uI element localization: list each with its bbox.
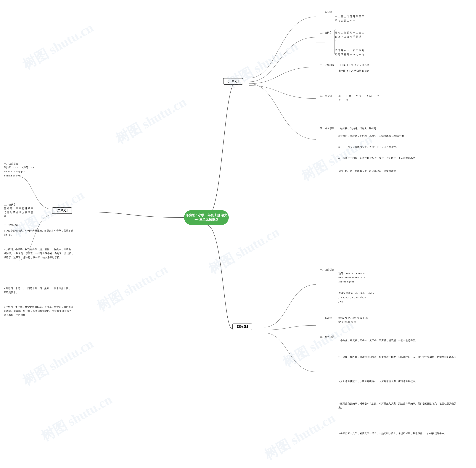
san-haoju-1: 1.小白兔，穿皮袄，耳朵长，尾巴小。三瓣嘴，胡子翘，一动一动总在笑。 xyxy=(338,338,418,342)
san-pinyin-label: 一、汉语拼音 xyxy=(320,268,334,272)
mind-map: 部编版：小学一年级上册 语文一~三单元知识点 【一单元】 【二单元】 【三单元】… xyxy=(0,0,476,468)
yi-renzi-label: 二、会认字 xyxy=(320,31,332,35)
er-haoju-1: 1.小兔小兔轻轻跳，小狗小狗慢慢跑。要是踩疼小青草，我就不跟你们好。 xyxy=(4,229,74,237)
san-haoju-2: 2.一只船，扬白帆，漂漂渡渡到台湾。接来台湾小朋友，到我学校玩一玩。伸出双手紧紧… xyxy=(338,355,459,359)
yi-haoju-2: 2.云对雨，雪对风，花对树，鸟对虫。山清对水秀，柳绿对桃红。 xyxy=(338,134,408,138)
yi-huizi-content: 一 二 三 上 口 目 耳 手 日 田禾 火 虫 云 山 八 十 xyxy=(335,15,364,23)
san-haoju-4: 4.蓝天是白云的家，树林是小鸟的家。小河是鱼儿的家，泥土是种子的家。我们是祖国的… xyxy=(338,402,459,410)
yi-haoju-label: 五、好句积累 xyxy=(320,126,334,131)
san-pinyin-content2: 整体认读音节：zhi chi shi ri zi ci siyi wu yu y… xyxy=(338,291,374,303)
san-haoju-label: 三、好句积累 xyxy=(320,335,334,339)
san-renzi-label: 二、会认字 xyxy=(320,316,332,320)
yi-unit-node: 【一单元】 xyxy=(223,78,243,85)
yi-renzi-content1: 天 地 人 你 我 他 一 二 三 四五 上 下 口 目 耳 手 足 站+ xyxy=(335,31,364,43)
san-haoju-5: 5.桥东走来一只羊，桥西走来一只羊，一起走到小桥上。你也不肯让，我也不肯让，扑通… xyxy=(338,431,447,436)
er-haoju-4: 4.四是四，十是十，十四是十四，四十是四十。四十不是十四，十四不是四十。 xyxy=(4,286,74,294)
er-pinyin-content: 单韵母：a o e i u ü 声母：b pm f d t n l g k h … xyxy=(4,165,34,178)
san-pinyin-content1: 韵母：a o e i u ü ai ei ui aoou iu ie üe er… xyxy=(338,271,365,284)
yi-zuchi-content1: 日日头 上上去 人大人 耳耳朵 xyxy=(338,63,369,67)
yi-fanci-label: 四、反义词 xyxy=(320,94,332,98)
yi-haoju-1: 1.站如松，坐如钟。行如风，卧如弓。 xyxy=(338,126,379,131)
er-haoju-2: 2.小黄鸡、小黑鸡，欢欢喜喜在一起。刨刨土，捉捉虫，青草地上做游戏。 3.数学题… xyxy=(4,247,74,260)
san-haoju-3: 3.月儿弯弯挂蓝天，小溪弯弯绕青山。大河弯弯流入海，街道弯弯到校园。 xyxy=(338,379,418,383)
san-unit-node: 【三单元】 xyxy=(232,323,252,330)
er-pinyin-label: 一、汉语拼音 xyxy=(4,162,18,166)
yi-zuchi-label: 三、比较组词 xyxy=(320,63,334,67)
yi-haoju-5: 5.鹅，鹅，鹅，曲项向天歌。白毛浮绿水，红掌拨清波。 xyxy=(338,169,398,173)
er-haoju-5: 5.小剪刀，手中拿，我学奶奶剪窗花。剪梅花，剪雪花，剪对喜鹊叫喳喳。剪只鸡，剪只… xyxy=(4,305,74,317)
er-unit-node: 【二单元】 xyxy=(52,207,72,214)
er-renzi-label: 二、会认字 xyxy=(4,203,16,207)
yi-renzi-content2: 坐 日 月 水 火 山 石 田 禾 对云 雨 风 花 鸟 虫 六 七 八 九 xyxy=(335,48,364,57)
yi-haoju-3: 3.一二三四五，金木水火土。天地分上下，日月照今古。 xyxy=(338,145,398,149)
yi-haoju-4: 4.一片两片三四片，五片六片七八片。九片十片无数片，飞入水中都不见。 xyxy=(338,156,418,160)
san-renzi-content: 妹 奶 白 皮 小 桥 台 雪 儿 草家 是 车 羊 走 也 xyxy=(338,316,368,324)
yi-zuchi-content2: 田水田 下下来 天白天 目目光 xyxy=(338,69,369,73)
yi-huizi-label: 一、会写字 xyxy=(320,10,332,14)
center-node: 部编版：小学一年级上册 语文一~三单元知识点 xyxy=(184,210,229,225)
er-haoju-label: 三、好句积累 xyxy=(4,223,18,227)
er-renzi-content: 爸 妈 马 土 不 画 打 棵 鸡 字词 语 句 子 桌 纸 文 数 学 音乐 xyxy=(4,206,33,219)
yi-fanci-content: 上——下 大——小 今——古 站——坐天——地 xyxy=(338,94,379,102)
